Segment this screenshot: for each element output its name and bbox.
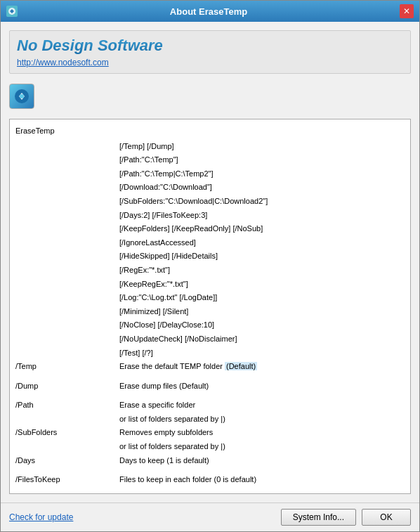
empty-key bbox=[15, 306, 114, 318]
param-value: or list of folders separated by |) bbox=[119, 441, 405, 453]
param-key: /Days bbox=[15, 455, 114, 467]
info-panel: EraseTemp [/Temp] [/Dump][/Path:"C:\Temp… bbox=[9, 119, 411, 494]
header-value-row: [/Minimized] [/Silent] bbox=[15, 306, 405, 318]
default-badge: (Default) bbox=[225, 362, 257, 370]
header-value-text: [/Download:"C:\Download"] bbox=[119, 181, 405, 194]
param-row: /SubFoldersRemoves empty subfolders bbox=[15, 427, 405, 439]
empty-key bbox=[15, 264, 114, 277]
param-key: /FilesToKeep bbox=[15, 474, 114, 486]
empty-key bbox=[15, 141, 114, 153]
param-key: /Dump bbox=[15, 380, 114, 393]
content-area: No Design Software http://www.nodesoft.c… bbox=[1, 22, 419, 502]
header-value-row: [/KeepRegEx:"*.txt"] bbox=[15, 278, 405, 291]
header-value-row: [/Test] [/?] bbox=[15, 347, 405, 360]
header-value-text: [/Path:"C:\Temp|C:\Temp2"] bbox=[119, 168, 405, 181]
header-value-text: [/HideSkipped] [/HideDetails] bbox=[119, 250, 405, 263]
header-value-text: [/KeepFolders] [/KeepReadOnly] [/NoSub] bbox=[119, 223, 405, 235]
empty-key bbox=[15, 278, 114, 291]
header-value-row: [/Path:"C:\Temp|C:\Temp2"] bbox=[15, 168, 405, 181]
header-value-text: [/Days:2] [/FilesToKeep:3] bbox=[119, 209, 405, 222]
header-value-row: [/SubFolders:"C:\Download|C:\Download2"] bbox=[15, 195, 405, 208]
header-value-row: [/Days:2] [/FilesToKeep:3] bbox=[15, 209, 405, 222]
header-key: EraseTemp bbox=[15, 125, 114, 138]
header-value-row: [/HideSkipped] [/HideDetails] bbox=[15, 250, 405, 263]
param-value: Erase the default TEMP folder (Default) bbox=[119, 361, 405, 373]
param-value: Files to keep in each folder (0 is defau… bbox=[119, 474, 405, 486]
header-value-text: [/Test] [/?] bbox=[119, 347, 405, 360]
empty-key bbox=[15, 333, 114, 346]
param-key: /Path bbox=[15, 399, 114, 412]
header-value-text: [/KeepRegEx:"*.txt"] bbox=[119, 278, 405, 291]
param-key bbox=[15, 413, 114, 426]
param-key: /SubFolders bbox=[15, 427, 114, 439]
empty-key bbox=[15, 347, 114, 360]
app-icon bbox=[9, 84, 34, 109]
header-value-row: [/Download:"C:\Download"] bbox=[15, 181, 405, 194]
header-values: [/Temp] [/Dump][/Path:"C:\Temp"][/Path:"… bbox=[15, 141, 405, 360]
header-value-row: [/NoClose] [/DelayClose:10] bbox=[15, 319, 405, 332]
param-key bbox=[15, 441, 114, 453]
empty-key bbox=[15, 195, 114, 208]
param-value: or list of folders separated by |) bbox=[119, 413, 405, 426]
header-value-row: [/KeepFolders] [/KeepReadOnly] [/NoSub] bbox=[15, 223, 405, 235]
empty-key bbox=[15, 250, 114, 263]
header-value-text: [/Path:"C:\Temp"] bbox=[119, 154, 405, 167]
app-icon-small bbox=[6, 6, 18, 17]
header-row: EraseTemp bbox=[15, 125, 405, 138]
header-value-text: [/SubFolders:"C:\Download|C:\Download2"] bbox=[119, 195, 405, 208]
about-window: About EraseTemp ✕ No Design Software htt… bbox=[0, 0, 420, 532]
empty-key bbox=[15, 181, 114, 194]
header-value-text: [/IgnoreLastAccessed] bbox=[119, 237, 405, 249]
info-content[interactable]: EraseTemp [/Temp] [/Dump][/Path:"C:\Temp… bbox=[10, 119, 410, 493]
header-value-text: [/Temp] [/Dump] bbox=[119, 141, 405, 153]
empty-key bbox=[15, 237, 114, 249]
system-info-button[interactable]: System Info... bbox=[281, 509, 356, 526]
param-value: Erase a specific folder bbox=[119, 399, 405, 412]
param-row: /FilesToKeepFiles to keep in each folder… bbox=[15, 474, 405, 486]
header-value-row: [/Path:"C:\Temp"] bbox=[15, 154, 405, 167]
param-row: /DaysDays to keep (1 is default) bbox=[15, 455, 405, 467]
params-container: /TempErase the default TEMP folder (Defa… bbox=[15, 361, 405, 493]
header-value-row: [/RegEx:"*.txt"] bbox=[15, 264, 405, 277]
ok-button[interactable]: OK bbox=[362, 509, 411, 526]
bottom-buttons: System Info... OK bbox=[281, 509, 411, 526]
empty-key bbox=[15, 319, 114, 332]
header-value-text: [/Log:"C:\Log.txt" [/LogDate]] bbox=[119, 292, 405, 304]
param-row: /DumpErase dump files (Default) bbox=[15, 380, 405, 393]
check-update-link[interactable]: Check for update bbox=[9, 512, 73, 522]
header-value-text: [/Minimized] [/Silent] bbox=[119, 306, 405, 318]
param-value: Erase dump files (Default) bbox=[119, 380, 405, 393]
svg-point-2 bbox=[20, 94, 24, 98]
param-value: Removes empty subfolders bbox=[119, 427, 405, 439]
param-row: or list of folders separated by |) bbox=[15, 413, 405, 426]
param-row: /TempErase the default TEMP folder (Defa… bbox=[15, 361, 405, 373]
title-bar: About EraseTemp ✕ bbox=[1, 1, 419, 22]
website-link[interactable]: http://www.nodesoft.com bbox=[17, 58, 403, 67]
empty-key bbox=[15, 292, 114, 304]
param-value: Days to keep (1 is default) bbox=[119, 455, 405, 467]
header-value-row: [/IgnoreLastAccessed] bbox=[15, 237, 405, 249]
empty-key bbox=[15, 223, 114, 235]
header-value-0 bbox=[119, 125, 405, 138]
empty-key bbox=[15, 168, 114, 181]
close-button[interactable]: ✕ bbox=[400, 4, 414, 18]
window-title: About EraseTemp bbox=[18, 6, 400, 17]
logo-text: No Design Software bbox=[17, 37, 163, 54]
empty-key bbox=[15, 154, 114, 167]
header-value-row: [/Temp] [/Dump] bbox=[15, 141, 405, 153]
header-value-text: [/RegEx:"*.txt"] bbox=[119, 264, 405, 277]
header-value-text: [/NoClose] [/DelayClose:10] bbox=[119, 319, 405, 332]
logo-section: No Design Software http://www.nodesoft.c… bbox=[9, 30, 411, 74]
empty-key bbox=[15, 209, 114, 222]
bottom-bar: Check for update System Info... OK bbox=[1, 502, 419, 531]
param-row: or list of folders separated by |) bbox=[15, 441, 405, 453]
param-key: /Temp bbox=[15, 361, 114, 373]
header-value-text: [/NoUpdateCheck] [/NoDisclaimer] bbox=[119, 333, 405, 346]
param-row: /PathErase a specific folder bbox=[15, 399, 405, 412]
header-value-row: [/NoUpdateCheck] [/NoDisclaimer] bbox=[15, 333, 405, 346]
app-icon-section bbox=[9, 79, 411, 113]
header-value-row: [/Log:"C:\Log.txt" [/LogDate]] bbox=[15, 292, 405, 304]
